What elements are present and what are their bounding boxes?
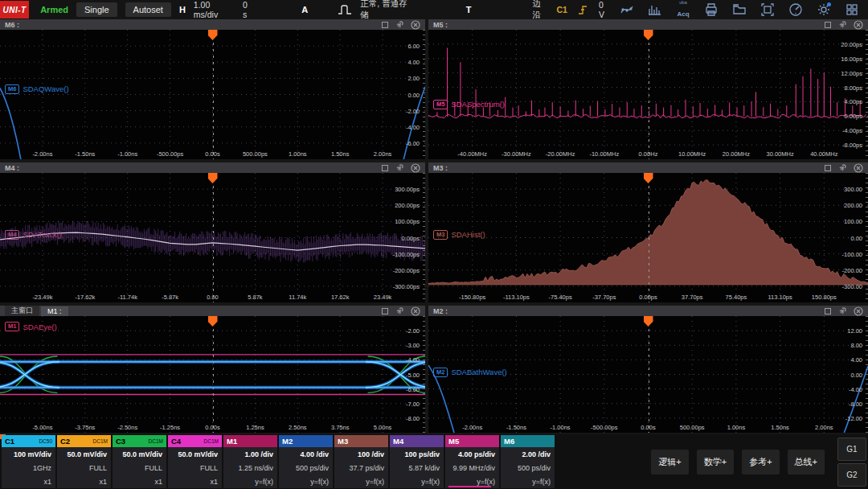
link-icon[interactable] (837, 163, 847, 173)
channel-c3[interactable]: C3DC1M50.0 mV/divFULLx1 (113, 435, 166, 488)
link-icon[interactable] (837, 306, 847, 316)
close-icon[interactable] (411, 20, 420, 30)
channel-setting: 100 mV/div (2, 447, 55, 461)
panel-checkbox[interactable] (382, 165, 388, 171)
edge-slope-icon[interactable] (575, 2, 591, 18)
acquisition-status: Armed (40, 5, 68, 14)
channel-setting: FULL (113, 461, 166, 475)
waveform-area-m1[interactable]: M1 SDAEye() -5.00ns-3.75ns-2.50ns-1.25ns… (0, 316, 425, 433)
trace-name: SDAHist() (451, 230, 485, 239)
channel-setting: 9.99 MHz/div (445, 461, 499, 475)
trigger-label: T (466, 5, 472, 14)
channel-m6[interactable]: M62.00 /div500 ps/divy=f(x) (501, 435, 555, 488)
fft-icon[interactable] (647, 2, 663, 18)
add-button-3[interactable]: 总线+ (788, 450, 825, 475)
y-tick: -4.00 (849, 385, 862, 392)
group-button-g1[interactable]: G1 (837, 438, 866, 461)
y-tick: 4.00 (850, 356, 862, 364)
trigger-level-value[interactable]: 0 V (599, 0, 611, 19)
link-icon[interactable] (395, 163, 404, 173)
measure-icon[interactable] (619, 2, 635, 18)
panel-checkbox[interactable] (382, 308, 388, 314)
trigger-type[interactable]: 边沿 (533, 0, 549, 21)
waveform-area-m4[interactable]: M4 SDATrack() -23.49k-17.62k-11.74k-5.87… (0, 173, 425, 302)
panel-m6-header[interactable]: M6 : (0, 19, 425, 30)
channel-columns: C1DC50100 mV/div1GHzx1C2DC1M50.0 mV/divF… (2, 435, 555, 488)
add-button-1[interactable]: 数学+ (697, 450, 734, 475)
panel-m1-header[interactable]: 主窗口 M1 : (0, 306, 425, 316)
trigger-source[interactable]: C1 (557, 5, 567, 14)
channel-m2[interactable]: M24.00 /div500 ps/divy=f(x) (279, 435, 333, 488)
folder-icon[interactable] (731, 2, 747, 18)
channel-setting: 500 ps/div (501, 461, 555, 475)
waveform-area-m3[interactable]: M3 SDAHist() -150.80ps-113.10ps-75.40ps-… (428, 173, 868, 302)
panel-m4-header[interactable]: M4 : (0, 162, 425, 173)
trace-label-m2[interactable]: M2 SDABathWave() (433, 368, 507, 377)
close-icon[interactable] (411, 163, 420, 173)
channel-m4[interactable]: M4100 ps/div5.87 k/divy=f(x) (390, 435, 444, 488)
channel-c1[interactable]: C1DC50100 mV/div1GHzx1 (2, 435, 55, 488)
channel-m1[interactable]: M11.00 /div1.25 ns/divy=f(x) (223, 435, 277, 488)
link-icon[interactable] (395, 20, 404, 30)
print-icon[interactable] (703, 2, 719, 18)
timebase-value[interactable]: 1.00 ms/div (194, 0, 235, 19)
waveform-area-m2[interactable]: M2 SDABathWave() -2.00ns-1.50ns-1.00ns-5… (428, 316, 868, 433)
acquisition-mode[interactable]: 正常, 普通存储 (360, 0, 413, 21)
y-tick: -300.00 (842, 282, 862, 290)
link-icon[interactable] (395, 306, 404, 316)
y-tick: -100.00 (842, 250, 862, 257)
close-icon[interactable] (411, 306, 420, 316)
x-tick: -30.00MHz (502, 150, 531, 158)
channel-setting: y=f(x) (279, 475, 333, 488)
panel-m3-header[interactable]: M3 : (428, 162, 868, 173)
y-tick: -8.00 (406, 414, 420, 421)
trace-label-m3[interactable]: M3 SDAHist() (433, 230, 485, 240)
close-icon[interactable] (854, 163, 863, 173)
acq-icon[interactable]: ultraAcq (675, 2, 691, 18)
x-tick: 1.50ns (771, 424, 789, 431)
dashboard-icon[interactable] (788, 2, 804, 18)
single-button[interactable]: Single (76, 2, 117, 17)
close-icon[interactable] (854, 306, 863, 316)
x-tick: -113.10ps (503, 294, 530, 301)
horizontal-offset-value[interactable]: 0 s (243, 0, 253, 19)
link-icon[interactable] (837, 20, 847, 30)
channel-c2[interactable]: C2DC1M50.0 mV/divFULLx1 (57, 435, 111, 488)
x-tick: -2.00ns (32, 150, 52, 158)
panel-checkbox[interactable] (825, 22, 831, 28)
trace-badge: M2 (433, 368, 448, 377)
y-tick: -7.00 (406, 400, 420, 407)
x-tick: -3.75ns (75, 424, 95, 431)
panel-m5-header[interactable]: M5 : (428, 19, 868, 30)
trace-label-m6[interactable]: M6 SDAQWave() (5, 84, 69, 94)
panel-m2-header[interactable]: M2 : (428, 306, 868, 316)
panel-m4: M4 : M4 SDATrack() -23.49k-17.62k-11.74k… (0, 162, 425, 302)
add-button-0[interactable]: 逻辑+ (651, 450, 688, 475)
channel-m5[interactable]: M54.00 ps/div9.99 MHz/divy=f(x) (445, 435, 499, 488)
channel-c4[interactable]: C4DC1M50.0 mV/divFULLx1 (168, 435, 222, 488)
y-tick: -5.00 (406, 371, 420, 378)
trace-label-m5[interactable]: M5 SDASpectrum() (433, 100, 505, 109)
autoset-button[interactable]: Autoset (125, 2, 171, 17)
add-button-2[interactable]: 参考+ (742, 450, 779, 475)
apps-grid-icon[interactable] (844, 2, 860, 18)
x-tick: 23.49k (374, 294, 392, 301)
panel-checkbox[interactable] (825, 165, 831, 171)
tab-main-window[interactable]: 主窗口 (5, 306, 39, 317)
snapshot-icon[interactable] (760, 2, 776, 18)
panel-checkbox[interactable] (382, 22, 388, 28)
waveform-area-m6[interactable]: M6 SDAQWave() -2.00ns-1.50ns-1.00ns-500.… (0, 30, 425, 159)
trace-label-m1[interactable]: M1 SDAEye() (5, 322, 57, 331)
close-icon[interactable] (854, 20, 863, 30)
settings-icon[interactable] (816, 2, 832, 18)
x-tick: -1.50ns (506, 424, 526, 431)
group-button-g2[interactable]: G2 (837, 463, 866, 487)
tab-m1[interactable]: M1 : (41, 306, 68, 316)
x-tick: -1.50ns (75, 150, 95, 158)
waveform-area-m5[interactable]: M5 SDASpectrum() -40.00MHz-30.00MHz-20.0… (428, 30, 868, 159)
channel-setting: 100 /div (334, 447, 388, 461)
trace-label-m4[interactable]: M4 SDATrack() (5, 230, 62, 240)
x-tick: 10.00MHz (678, 150, 706, 158)
channel-m3[interactable]: M3100 /div37.7 ps/divy=f(x) (334, 435, 388, 488)
panel-checkbox[interactable] (825, 308, 831, 314)
